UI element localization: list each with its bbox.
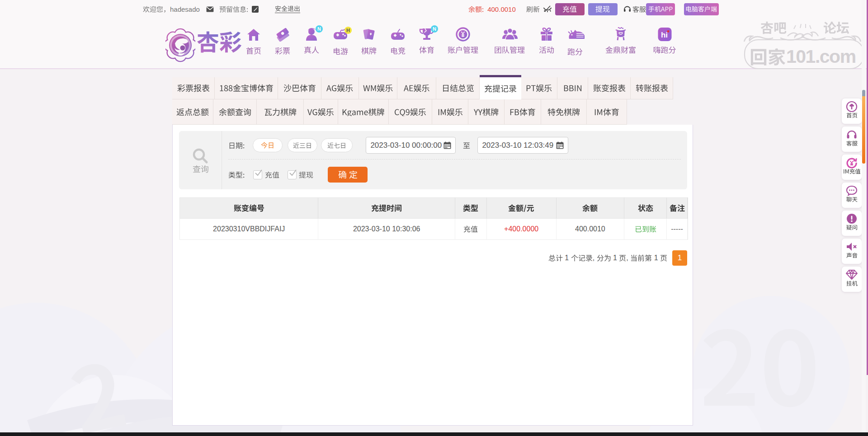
svg-text:hi: hi [660, 31, 667, 39]
